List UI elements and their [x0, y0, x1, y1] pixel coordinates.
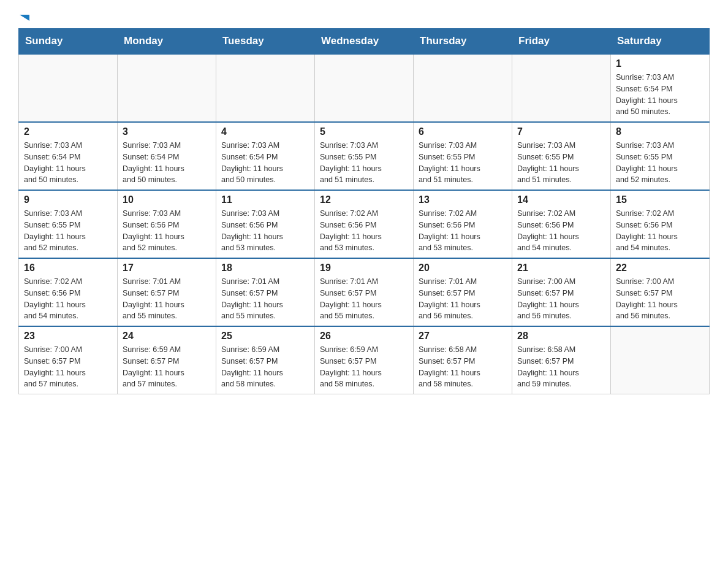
weekday-header-thursday: Thursday: [414, 29, 512, 55]
day-number: 12: [320, 194, 408, 205]
calendar-table: SundayMondayTuesdayWednesdayThursdayFrid…: [18, 28, 710, 394]
day-info: Sunrise: 7:00 AMSunset: 6:57 PMDaylight:…: [24, 344, 112, 390]
day-info: Sunrise: 7:03 AMSunset: 6:55 PMDaylight:…: [24, 208, 112, 254]
day-info: Sunrise: 7:02 AMSunset: 6:56 PMDaylight:…: [517, 208, 605, 254]
calendar-cell: [315, 54, 414, 122]
weekday-header-sunday: Sunday: [19, 29, 118, 55]
calendar-cell: 26Sunrise: 6:59 AMSunset: 6:57 PMDayligh…: [315, 326, 414, 394]
day-number: 18: [221, 262, 309, 274]
day-info: Sunrise: 7:00 AMSunset: 6:57 PMDaylight:…: [616, 276, 704, 322]
day-info: Sunrise: 7:03 AMSunset: 6:54 PMDaylight:…: [24, 140, 112, 186]
calendar-week-row: 2Sunrise: 7:03 AMSunset: 6:54 PMDaylight…: [19, 122, 710, 190]
weekday-header-monday: Monday: [118, 29, 216, 55]
day-number: 28: [517, 331, 605, 342]
calendar-cell: [19, 54, 118, 122]
day-number: 1: [616, 58, 704, 69]
day-info: Sunrise: 7:03 AMSunset: 6:54 PMDaylight:…: [616, 72, 704, 118]
svg-marker-0: [20, 15, 29, 21]
day-info: Sunrise: 6:58 AMSunset: 6:57 PMDaylight:…: [517, 344, 605, 390]
calendar-cell: 20Sunrise: 7:01 AMSunset: 6:57 PMDayligh…: [414, 258, 512, 326]
day-number: 26: [320, 331, 408, 342]
calendar-cell: [414, 54, 512, 122]
day-number: 17: [123, 262, 211, 274]
day-number: 15: [616, 194, 704, 205]
calendar-cell: 6Sunrise: 7:03 AMSunset: 6:55 PMDaylight…: [414, 122, 512, 190]
day-info: Sunrise: 7:03 AMSunset: 6:55 PMDaylight:…: [616, 140, 704, 186]
day-info: Sunrise: 6:59 AMSunset: 6:57 PMDaylight:…: [320, 344, 408, 390]
calendar-cell: 22Sunrise: 7:00 AMSunset: 6:57 PMDayligh…: [611, 258, 710, 326]
calendar-cell: [118, 54, 216, 122]
day-number: 6: [419, 126, 507, 137]
calendar-cell: 28Sunrise: 6:58 AMSunset: 6:57 PMDayligh…: [512, 326, 611, 394]
day-info: Sunrise: 7:03 AMSunset: 6:55 PMDaylight:…: [320, 140, 408, 186]
calendar-cell: 24Sunrise: 6:59 AMSunset: 6:57 PMDayligh…: [118, 326, 216, 394]
day-number: 16: [24, 262, 112, 274]
day-number: 13: [419, 194, 507, 205]
day-info: Sunrise: 7:01 AMSunset: 6:57 PMDaylight:…: [419, 276, 507, 322]
day-number: 21: [517, 262, 605, 274]
day-info: Sunrise: 7:03 AMSunset: 6:54 PMDaylight:…: [123, 140, 211, 186]
day-info: Sunrise: 7:01 AMSunset: 6:57 PMDaylight:…: [221, 276, 309, 322]
calendar-cell: 15Sunrise: 7:02 AMSunset: 6:56 PMDayligh…: [611, 190, 710, 258]
calendar-cell: 19Sunrise: 7:01 AMSunset: 6:57 PMDayligh…: [315, 258, 414, 326]
day-info: Sunrise: 7:03 AMSunset: 6:56 PMDaylight:…: [123, 208, 211, 254]
day-info: Sunrise: 7:03 AMSunset: 6:55 PMDaylight:…: [419, 140, 507, 186]
calendar-cell: 10Sunrise: 7:03 AMSunset: 6:56 PMDayligh…: [118, 190, 216, 258]
logo-arrow-icon: [20, 12, 33, 26]
day-number: 14: [517, 194, 605, 205]
day-info: Sunrise: 7:02 AMSunset: 6:56 PMDaylight:…: [320, 208, 408, 254]
calendar-cell: 3Sunrise: 7:03 AMSunset: 6:54 PMDaylight…: [118, 122, 216, 190]
weekday-header-tuesday: Tuesday: [216, 29, 315, 55]
calendar-cell: [611, 326, 710, 394]
day-number: 3: [123, 126, 211, 137]
calendar-cell: 8Sunrise: 7:03 AMSunset: 6:55 PMDaylight…: [611, 122, 710, 190]
calendar-cell: 2Sunrise: 7:03 AMSunset: 6:54 PMDaylight…: [19, 122, 118, 190]
calendar-cell: [216, 54, 315, 122]
day-number: 24: [123, 331, 211, 342]
calendar-cell: 21Sunrise: 7:00 AMSunset: 6:57 PMDayligh…: [512, 258, 611, 326]
day-number: 11: [221, 194, 309, 205]
day-info: Sunrise: 7:00 AMSunset: 6:57 PMDaylight:…: [517, 276, 605, 322]
calendar-cell: 18Sunrise: 7:01 AMSunset: 6:57 PMDayligh…: [216, 258, 315, 326]
calendar-cell: 7Sunrise: 7:03 AMSunset: 6:55 PMDaylight…: [512, 122, 611, 190]
weekday-header-saturday: Saturday: [611, 29, 710, 55]
calendar-cell: 13Sunrise: 7:02 AMSunset: 6:56 PMDayligh…: [414, 190, 512, 258]
calendar-cell: 5Sunrise: 7:03 AMSunset: 6:55 PMDaylight…: [315, 122, 414, 190]
day-number: 8: [616, 126, 704, 137]
weekday-header-row: SundayMondayTuesdayWednesdayThursdayFrid…: [19, 29, 710, 55]
calendar-week-row: 1Sunrise: 7:03 AMSunset: 6:54 PMDaylight…: [19, 54, 710, 122]
day-number: 25: [221, 331, 309, 342]
calendar-week-row: 9Sunrise: 7:03 AMSunset: 6:55 PMDaylight…: [19, 190, 710, 258]
day-info: Sunrise: 7:02 AMSunset: 6:56 PMDaylight:…: [24, 276, 112, 322]
calendar-cell: 14Sunrise: 7:02 AMSunset: 6:56 PMDayligh…: [512, 190, 611, 258]
calendar-cell: 11Sunrise: 7:03 AMSunset: 6:56 PMDayligh…: [216, 190, 315, 258]
day-number: 9: [24, 194, 112, 205]
calendar-week-row: 16Sunrise: 7:02 AMSunset: 6:56 PMDayligh…: [19, 258, 710, 326]
day-info: Sunrise: 7:03 AMSunset: 6:56 PMDaylight:…: [221, 208, 309, 254]
calendar-week-row: 23Sunrise: 7:00 AMSunset: 6:57 PMDayligh…: [19, 326, 710, 394]
day-info: Sunrise: 7:02 AMSunset: 6:56 PMDaylight:…: [419, 208, 507, 254]
day-number: 5: [320, 126, 408, 137]
day-number: 10: [123, 194, 211, 205]
day-number: 20: [419, 262, 507, 274]
calendar-cell: 23Sunrise: 7:00 AMSunset: 6:57 PMDayligh…: [19, 326, 118, 394]
day-info: Sunrise: 6:59 AMSunset: 6:57 PMDaylight:…: [123, 344, 211, 390]
day-info: Sunrise: 7:01 AMSunset: 6:57 PMDaylight:…: [320, 276, 408, 322]
day-number: 7: [517, 126, 605, 137]
day-info: Sunrise: 7:03 AMSunset: 6:55 PMDaylight:…: [517, 140, 605, 186]
day-number: 27: [419, 331, 507, 342]
day-number: 4: [221, 126, 309, 137]
day-info: Sunrise: 6:59 AMSunset: 6:57 PMDaylight:…: [221, 344, 309, 390]
day-info: Sunrise: 7:02 AMSunset: 6:56 PMDaylight:…: [616, 208, 704, 254]
day-number: 2: [24, 126, 112, 137]
calendar-cell: 1Sunrise: 7:03 AMSunset: 6:54 PMDaylight…: [611, 54, 710, 122]
page-header: [18, 12, 710, 22]
weekday-header-wednesday: Wednesday: [315, 29, 414, 55]
calendar-cell: 9Sunrise: 7:03 AMSunset: 6:55 PMDaylight…: [19, 190, 118, 258]
day-info: Sunrise: 6:58 AMSunset: 6:57 PMDaylight:…: [419, 344, 507, 390]
calendar-cell: 12Sunrise: 7:02 AMSunset: 6:56 PMDayligh…: [315, 190, 414, 258]
day-number: 23: [24, 331, 112, 342]
calendar-cell: 4Sunrise: 7:03 AMSunset: 6:54 PMDaylight…: [216, 122, 315, 190]
day-number: 19: [320, 262, 408, 274]
weekday-header-friday: Friday: [512, 29, 611, 55]
